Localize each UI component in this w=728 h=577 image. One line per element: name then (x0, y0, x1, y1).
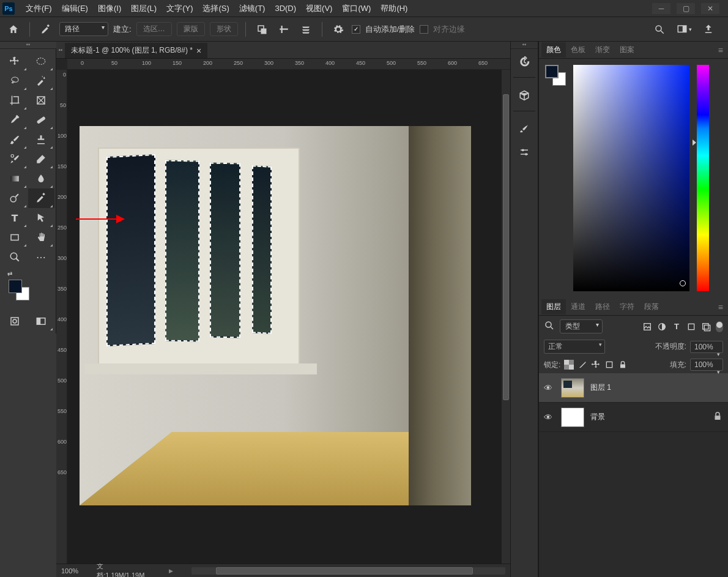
blur-tool[interactable] (28, 169, 55, 188)
filter-adjust-icon[interactable] (657, 322, 667, 332)
eraser-tool[interactable] (28, 149, 55, 169)
saturation-brightness-picker[interactable] (573, 65, 689, 291)
canvas-scrollbar-vertical[interactable] (502, 70, 510, 564)
menu-window[interactable]: 窗口(W) (337, 3, 376, 14)
ruler-horizontal[interactable]: 0 50 100 150 200 250 300 350 400 450 500… (67, 59, 510, 70)
make-selection-button[interactable]: 选区… (136, 22, 172, 36)
filter-type-icon[interactable]: T (672, 322, 682, 332)
tab-layers[interactable]: 图层 (541, 299, 566, 315)
tab-paths[interactable]: 路径 (590, 299, 615, 315)
workspace-switcher[interactable]: ▾ (675, 21, 693, 38)
document-tab[interactable]: 未标题-1 @ 100% (图层 1, RGB/8#) * × (65, 43, 207, 58)
tab-paragraph[interactable]: 段落 (639, 299, 664, 315)
pen-tool[interactable] (28, 188, 55, 208)
path-selection-tool[interactable] (28, 208, 55, 228)
menu-type[interactable]: 文字(Y) (162, 3, 198, 14)
frame-tool[interactable] (28, 91, 55, 110)
tab-gradients[interactable]: 渐变 (590, 42, 615, 58)
layer-name[interactable]: 图层 1 (590, 382, 611, 393)
layer-visibility-toggle[interactable]: 👁 (544, 383, 555, 393)
layer-name[interactable]: 背景 (590, 412, 605, 422)
crop-tool[interactable] (1, 91, 28, 110)
tab-patterns[interactable]: 图案 (615, 42, 639, 58)
gear-button[interactable] (330, 21, 347, 38)
foreground-color[interactable] (9, 280, 22, 293)
path-arrangement-button[interactable] (297, 21, 314, 38)
brush-settings-panel-icon[interactable] (510, 142, 538, 163)
tab-character[interactable]: 字符 (615, 299, 639, 315)
window-minimize[interactable]: ─ (652, 3, 670, 14)
rectangle-tool[interactable] (1, 228, 28, 247)
filter-toggle[interactable] (716, 321, 723, 332)
lock-transparency-icon[interactable] (564, 360, 574, 370)
doc-size[interactable]: 文档:1.19M/1.19M (97, 562, 150, 578)
lock-all-icon[interactable] (618, 360, 628, 370)
lasso-tool[interactable] (1, 71, 28, 91)
layers-panel-menu[interactable]: ≡ (713, 302, 728, 312)
fill-input[interactable]: 100% (690, 359, 723, 371)
menu-file[interactable]: 文件(F) (21, 3, 57, 14)
tab-drag-handle[interactable]: •• (56, 47, 65, 53)
menu-help[interactable]: 帮助(H) (376, 3, 412, 14)
swap-colors-icon[interactable]: ⇄ (7, 270, 12, 277)
panel-color-swatches[interactable] (545, 65, 566, 86)
dodge-tool[interactable] (1, 188, 28, 208)
make-mask-button[interactable]: 蒙版 (177, 22, 205, 36)
make-shape-button[interactable]: 形状 (210, 22, 238, 36)
share-button[interactable] (700, 21, 717, 38)
menu-view[interactable]: 视图(V) (301, 3, 337, 14)
blend-mode-dropdown[interactable]: 正常 (544, 340, 605, 354)
hue-slider[interactable] (697, 65, 709, 291)
marquee-tool[interactable] (28, 51, 55, 71)
filter-shape-icon[interactable] (686, 322, 696, 332)
tab-swatches[interactable]: 色板 (566, 42, 590, 58)
menu-layer[interactable]: 图层(L) (126, 3, 162, 14)
canvas-scrollbar-horizontal[interactable] (191, 567, 505, 575)
properties-panel-icon[interactable] (510, 85, 538, 106)
screen-mode-toggle[interactable] (28, 311, 55, 331)
tab-color[interactable]: 颜色 (541, 42, 566, 58)
menu-edit[interactable]: 编辑(E) (57, 3, 93, 14)
tab-channels[interactable]: 通道 (566, 299, 590, 315)
edit-toolbar[interactable]: ⋯ (28, 247, 55, 267)
tab-close-button[interactable]: × (196, 46, 201, 56)
clone-stamp-tool[interactable] (28, 130, 55, 149)
quick-selection-tool[interactable] (28, 71, 55, 91)
menu-filter[interactable]: 滤镜(T) (234, 3, 270, 14)
opacity-input[interactable]: 100% (690, 341, 723, 353)
quick-mask-toggle[interactable] (1, 311, 28, 331)
layer-visibility-toggle[interactable]: 👁 (544, 412, 555, 422)
layer-filter-kind[interactable]: 类型 (560, 319, 603, 333)
color-panel-menu[interactable]: ≡ (713, 45, 728, 55)
lock-pixels-icon[interactable] (578, 360, 587, 370)
healing-brush-tool[interactable] (28, 110, 55, 130)
pen-tool-preset[interactable] (37, 21, 54, 38)
type-tool[interactable] (1, 208, 28, 228)
filter-pixel-icon[interactable] (642, 322, 652, 332)
layer-thumbnail[interactable] (561, 378, 584, 398)
menu-3d[interactable]: 3D(D) (270, 4, 301, 13)
path-operations-button[interactable] (253, 21, 270, 38)
menu-image[interactable]: 图像(I) (93, 3, 126, 14)
lock-artboard-icon[interactable] (604, 360, 614, 370)
layer-thumbnail[interactable] (561, 408, 584, 427)
toolbox-drag-handle[interactable]: •• (0, 42, 56, 49)
filter-smart-icon[interactable] (701, 322, 711, 332)
brush-tool[interactable] (1, 130, 28, 149)
align-edges-checkbox[interactable] (420, 25, 428, 34)
gradient-tool[interactable] (1, 169, 28, 188)
auto-add-delete-checkbox[interactable] (352, 25, 360, 34)
hand-tool[interactable] (28, 228, 55, 247)
tool-mode-dropdown[interactable]: 路径 (59, 22, 108, 36)
search-button[interactable] (651, 21, 668, 38)
zoom-level[interactable]: 100% (61, 567, 78, 575)
menu-select[interactable]: 选择(S) (198, 3, 234, 14)
history-panel-icon[interactable] (510, 51, 538, 72)
home-button[interactable] (5, 21, 22, 38)
canvas[interactable] (67, 70, 510, 564)
lock-position-icon[interactable] (591, 360, 601, 370)
window-close[interactable]: ✕ (701, 3, 719, 14)
layer-item[interactable]: 👁 图层 1 (539, 373, 728, 403)
move-tool[interactable] (1, 51, 28, 71)
layer-item[interactable]: 👁 背景 (539, 403, 728, 432)
